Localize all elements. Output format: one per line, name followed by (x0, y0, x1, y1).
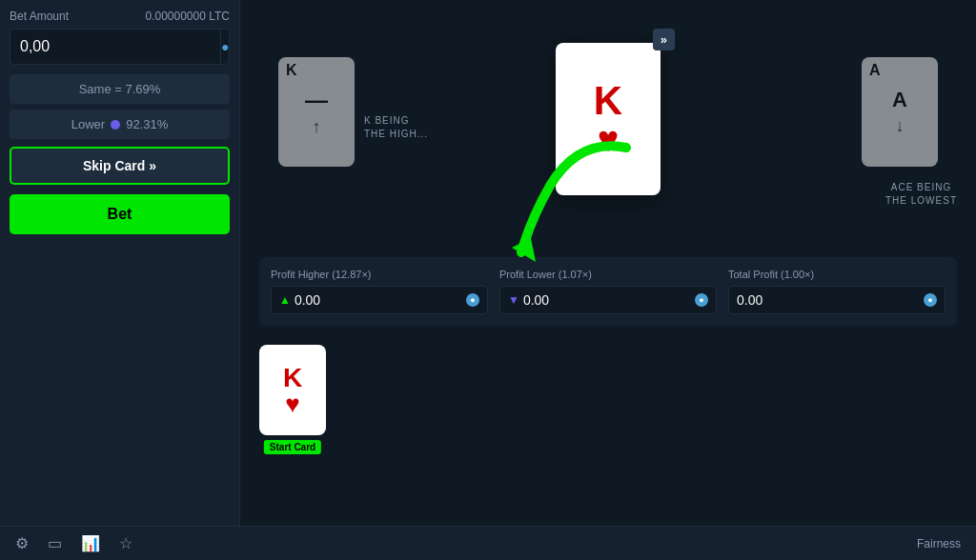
arrow-up-icon: ▲ (279, 293, 291, 307)
bet-button[interactable]: Bet (10, 194, 230, 234)
lower-label: Lower (71, 117, 105, 131)
main-card-letter: K (594, 81, 622, 121)
right-card: A A ↓ (862, 57, 938, 167)
coin-higher-icon: ● (466, 293, 479, 307)
settings-icon[interactable]: ⚙ (15, 534, 29, 552)
left-panel: Bet Amount 0.00000000 LTC ● ½ 2× Same = … (0, 0, 240, 529)
profit-total-label: Total Profit (1.00×) (728, 269, 946, 280)
right-card-label: ACE BEING THE LOWEST (885, 181, 957, 208)
bottom-bar: ⚙ ▭ 📊 ☆ Fairness (0, 526, 976, 560)
star-icon[interactable]: ☆ (119, 534, 132, 552)
profit-lower-value-row: ▼ 0.00 ● (499, 286, 717, 314)
coin-lower-icon: ● (695, 293, 708, 307)
lower-dot (111, 120, 120, 130)
left-card: K — ↑ (278, 57, 355, 167)
profit-row: Profit Higher (12.87×) ▲ 0.00 ● Profit L… (259, 257, 957, 326)
same-odds: Same = 7.69% (10, 74, 230, 104)
half-button[interactable]: ½ (229, 30, 230, 64)
bet-amount-header: Bet Amount 0.00000000 LTC (10, 10, 230, 23)
profit-total-item: Total Profit (1.00×) 0.00 ● (728, 269, 946, 314)
right-card-letter: A (869, 63, 881, 78)
bet-input[interactable] (10, 30, 220, 63)
right-card-arrow: ↓ (896, 116, 905, 136)
odds-section: Same = 7.69% Lower 92.31% (10, 74, 230, 139)
profit-higher-value-row: ▲ 0.00 ● (271, 286, 488, 314)
left-card-letter: K (286, 63, 297, 78)
bet-amount-label: Bet Amount (10, 10, 69, 23)
lower-value: 92.31% (126, 117, 168, 131)
coin-icon[interactable]: ● (220, 30, 229, 64)
start-card-suit: ♥ (285, 391, 299, 416)
main-area: K — ↑ K BEING THE HIGH... » K ♥ A A ↓ AC… (240, 0, 976, 526)
profit-lower-item: Profit Lower (1.07×) ▼ 0.00 ● (499, 269, 717, 314)
skip-card-button[interactable]: Skip Card » (10, 147, 230, 185)
coin-total-icon: ● (924, 293, 937, 307)
bottom-icons: ⚙ ▭ 📊 ☆ (15, 534, 132, 552)
arrow-down-icon: ▼ (508, 293, 519, 307)
profit-higher-item: Profit Higher (12.87×) ▲ 0.00 ● (271, 269, 488, 314)
profit-higher-label: Profit Higher (12.87×) (271, 269, 488, 280)
main-card-suit: ♥ (598, 121, 620, 157)
start-card-label: Start Card (264, 440, 321, 454)
left-card-suit: — (305, 87, 328, 113)
bet-amount-value: 0.00000000 LTC (145, 10, 230, 23)
left-card-label: K BEING THE HIGH... (364, 114, 428, 141)
profit-total-value-row: 0.00 ● (728, 286, 946, 314)
bottom-section: K ♥ Start Card (259, 345, 957, 435)
chart-icon[interactable]: 📊 (81, 534, 100, 552)
left-card-arrow: ↑ (313, 117, 321, 137)
profit-lower-label: Profit Lower (1.07×) (499, 269, 717, 280)
lower-odds: Lower 92.31% (10, 110, 230, 139)
profit-higher-value: 0.00 (295, 292, 466, 308)
fairness-link[interactable]: Fairness (917, 537, 961, 550)
right-card-letter-main: A (892, 88, 907, 112)
skip-badge[interactable]: » (653, 29, 675, 50)
start-card: K ♥ (259, 345, 326, 435)
main-card: » K ♥ (556, 43, 661, 195)
start-card-container: K ♥ Start Card (259, 345, 326, 435)
bet-input-row: ● ½ 2× (10, 29, 230, 65)
start-card-letter: K (283, 365, 302, 391)
profit-total-value: 0.00 (737, 292, 924, 308)
cards-container: K — ↑ K BEING THE HIGH... » K ♥ A A ↓ AC… (259, 38, 957, 229)
profit-lower-value: 0.00 (523, 292, 695, 308)
window-icon[interactable]: ▭ (48, 534, 62, 552)
